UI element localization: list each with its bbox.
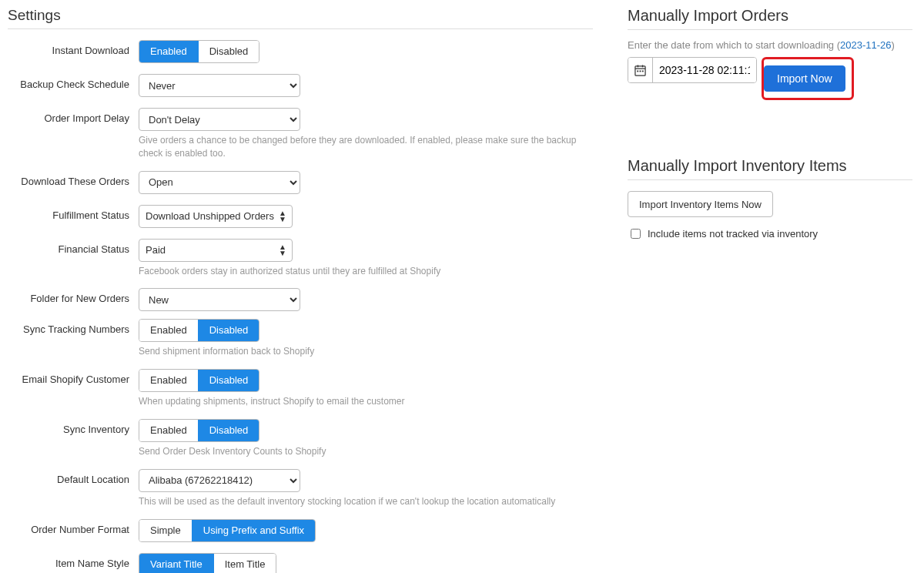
import-date-input[interactable] — [653, 58, 756, 82]
right-panel: Manually Import Orders Enter the date fr… — [628, 4, 912, 573]
sync-tracking-toggle[interactable]: Enabled Disabled — [139, 319, 259, 342]
import-orders-instruction: Enter the date from which to start downl… — [628, 39, 912, 51]
item-name-style-label: Item Name Style — [8, 553, 139, 569]
chevron-updown-icon: ▲▼ — [279, 244, 286, 256]
svg-rect-3 — [642, 65, 643, 67]
fulfillment-status-value: Download Unshipped Orders — [146, 210, 274, 222]
email-customer-toggle[interactable]: Enabled Disabled — [139, 369, 259, 392]
svg-rect-6 — [642, 70, 644, 72]
import-orders-date-link[interactable]: 2023-11-26 — [840, 39, 892, 51]
email-customer-help: When updating shipments, instruct Shopif… — [139, 395, 593, 408]
item-name-style-toggle[interactable]: Variant Title Item Title — [139, 553, 276, 573]
instant-download-enabled[interactable]: Enabled — [139, 41, 198, 62]
fulfillment-status-select[interactable]: Download Unshipped Orders ▲▼ — [139, 205, 293, 228]
sync-inventory-toggle[interactable]: Enabled Disabled — [139, 419, 259, 442]
svg-rect-5 — [640, 70, 641, 72]
instant-download-label: Instant Download — [8, 40, 139, 56]
order-number-simple[interactable]: Simple — [139, 520, 192, 541]
sync-tracking-label: Sync Tracking Numbers — [8, 319, 139, 335]
sync-inventory-label: Sync Inventory — [8, 419, 139, 435]
settings-title: Settings — [8, 7, 593, 29]
email-customer-label: Email Shopify Customer — [8, 369, 139, 385]
order-number-prefix[interactable]: Using Prefix and Suffix — [192, 520, 315, 541]
svg-rect-2 — [638, 65, 638, 67]
sync-inventory-enabled[interactable]: Enabled — [139, 420, 198, 441]
import-orders-title: Manually Import Orders — [628, 7, 912, 30]
chevron-updown-icon: ▲▼ — [279, 210, 286, 223]
include-untracked-row[interactable]: Include items not tracked via inventory — [628, 226, 912, 241]
download-orders-select[interactable]: Open — [139, 171, 300, 194]
order-import-delay-help: Give orders a chance to be changed befor… — [139, 134, 593, 160]
import-inventory-button[interactable]: Import Inventory Items Now — [628, 191, 773, 217]
include-untracked-checkbox[interactable] — [631, 229, 641, 239]
default-location-help: This will be used as the default invento… — [139, 495, 593, 508]
import-now-button[interactable]: Import Now — [764, 65, 845, 92]
financial-status-select[interactable]: Paid ▲▼ — [139, 239, 293, 262]
sync-tracking-disabled[interactable]: Disabled — [198, 320, 259, 341]
include-untracked-label: Include items not tracked via inventory — [648, 228, 818, 240]
sync-inventory-disabled[interactable]: Disabled — [198, 420, 259, 441]
sync-tracking-enabled[interactable]: Enabled — [139, 320, 198, 341]
calendar-icon — [628, 58, 653, 82]
default-location-select[interactable]: Alibaba (67262218412) — [139, 469, 300, 492]
order-import-delay-select[interactable]: Don't Delay — [139, 108, 300, 131]
order-import-delay-label: Order Import Delay — [8, 108, 139, 124]
import-now-highlight: Import Now — [762, 57, 854, 100]
email-customer-enabled[interactable]: Enabled — [139, 370, 198, 391]
sync-tracking-help: Send shipment information back to Shopif… — [139, 345, 593, 358]
item-name-item[interactable]: Item Title — [213, 554, 276, 573]
sync-inventory-help: Send Order Desk Inventory Counts to Shop… — [139, 445, 593, 458]
folder-new-orders-select[interactable]: New — [139, 288, 300, 311]
import-date-field[interactable] — [628, 57, 757, 83]
backup-check-select[interactable]: Never — [139, 74, 300, 97]
import-inventory-title: Manually Import Inventory Items — [628, 157, 912, 180]
svg-rect-4 — [637, 70, 638, 72]
default-location-label: Default Location — [8, 469, 139, 485]
financial-status-value: Paid — [146, 244, 166, 256]
order-number-format-label: Order Number Format — [8, 519, 139, 535]
instant-download-disabled[interactable]: Disabled — [198, 41, 259, 62]
financial-status-help: Facebook orders stay in authorized statu… — [139, 265, 593, 278]
email-customer-disabled[interactable]: Disabled — [198, 370, 259, 391]
item-name-variant[interactable]: Variant Title — [139, 554, 213, 573]
instant-download-toggle[interactable]: Enabled Disabled — [139, 40, 259, 63]
backup-check-label: Backup Check Schedule — [8, 74, 139, 90]
folder-new-orders-label: Folder for New Orders — [8, 288, 139, 304]
settings-panel: Settings Instant Download Enabled Disabl… — [8, 4, 593, 573]
order-number-format-toggle[interactable]: Simple Using Prefix and Suffix — [139, 519, 316, 542]
fulfillment-status-label: Fulfillment Status — [8, 205, 139, 221]
financial-status-label: Financial Status — [8, 239, 139, 255]
download-orders-label: Download These Orders — [8, 171, 139, 187]
